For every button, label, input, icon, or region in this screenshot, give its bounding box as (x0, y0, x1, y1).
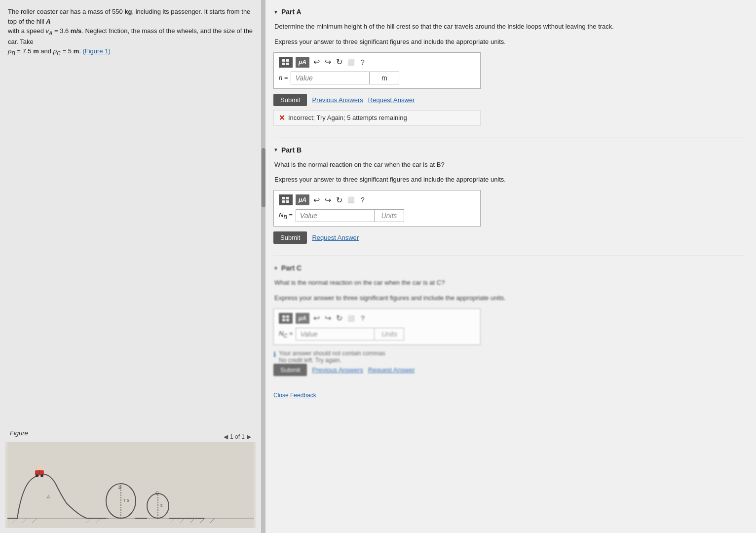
part-a-input-row: h = m (279, 72, 475, 84)
svg-rect-34 (282, 315, 285, 318)
part-a-undo-icon[interactable]: ↩ (312, 57, 321, 67)
part-c-title: Part C (281, 264, 302, 272)
part-a-redo-icon[interactable]: ↪ (324, 57, 332, 67)
scrollbar[interactable] (262, 0, 265, 533)
part-b-redo-icon[interactable]: ↪ (324, 195, 332, 205)
svg-rect-35 (286, 315, 289, 318)
incorrect-text: Incorrect; Try Again; 5 attempts remaini… (288, 114, 407, 121)
part-b-request-answer-btn[interactable]: Request Answer (312, 234, 359, 241)
part-b-undo-icon[interactable]: ↩ (312, 195, 321, 205)
part-c-header: ▼ Part C (273, 264, 744, 272)
part-c-submit-btn[interactable]: Submit (273, 364, 307, 376)
part-c-help-icon[interactable]: ? (361, 314, 365, 322)
part-c-previous-answers-btn[interactable]: Previous Answers (312, 366, 363, 374)
part-a-grid-btn[interactable] (279, 57, 293, 68)
separator-bc (273, 256, 744, 256)
part-a-title: Part A (281, 8, 302, 16)
part-a-question1: Determine the minimum height h of the hi… (274, 22, 744, 32)
svg-rect-26 (282, 59, 285, 62)
left-panel: The roller coaster car has a mass of 550… (0, 0, 262, 533)
svg-point-6 (40, 474, 43, 477)
part-a-answer-box: μA ↩ ↪ ↻ ⬜ ? h = m (273, 52, 481, 89)
part-a-mu-btn[interactable]: μA (296, 57, 309, 68)
part-c-error-text: Your answer should not contain commas No… (279, 350, 385, 364)
svg-rect-27 (286, 59, 289, 62)
part-b-refresh-icon[interactable]: ↻ (335, 195, 343, 205)
part-a-collapse-arrow[interactable]: ▼ (273, 9, 278, 15)
part-c-info-icon: ℹ (273, 350, 276, 358)
part-b-section: ▼ Part B What is the normal reaction on … (273, 146, 744, 244)
part-a-input-label: h = (279, 74, 288, 81)
part-c-input-label: NC = (279, 330, 293, 339)
part-c-answer-box: μA ↩ ↪ ↻ ⬜ ? NC = Units (273, 308, 481, 345)
part-c-value-input[interactable] (296, 328, 375, 341)
scroll-thumb[interactable] (262, 148, 265, 207)
part-b-toolbar: μA ↩ ↪ ↻ ⬜ ? (279, 194, 475, 205)
svg-rect-32 (282, 200, 285, 203)
part-c-section: ▼ Part C What is the normal reaction on … (273, 264, 744, 376)
part-a-value-input[interactable] (291, 72, 370, 84)
part-b-question2: Express your answer to three significant… (274, 175, 744, 185)
problem-statement: The roller coaster car has a mass of 550… (8, 7, 253, 57)
part-a-refresh-icon[interactable]: ↻ (335, 57, 343, 67)
close-feedback-link[interactable]: Close Feedback (273, 392, 316, 399)
part-c-keyboard-icon[interactable]: ⬜ (346, 315, 356, 322)
part-b-keyboard-icon[interactable]: ⬜ (346, 196, 356, 203)
part-b-input-label: NB = (279, 211, 293, 220)
part-b-value-input[interactable] (296, 209, 375, 222)
problem-line2: with a speed vA = 3.6 m/s. Neglect frict… (8, 26, 253, 46)
part-c-toolbar: μA ↩ ↪ ↻ ⬜ ? (279, 313, 475, 324)
svg-rect-30 (282, 197, 285, 199)
part-c-redo-icon[interactable]: ↪ (324, 313, 332, 323)
svg-text:C: C (155, 491, 159, 495)
svg-rect-28 (282, 63, 285, 65)
svg-rect-33 (286, 200, 289, 203)
part-c-request-answer-btn[interactable]: Request Answer (368, 366, 415, 374)
part-b-answer-box: μA ↩ ↪ ↻ ⬜ ? NB = Units (273, 190, 481, 227)
figure-container: A B C 7.5 5 (5, 442, 256, 528)
part-a-help-icon[interactable]: ? (361, 58, 365, 66)
part-c-refresh-icon[interactable]: ↻ (335, 313, 343, 323)
part-c-wrapper: ▼ Part C What is the normal reaction on … (273, 264, 744, 399)
part-b-collapse-arrow[interactable]: ▼ (273, 147, 278, 152)
svg-text:7.5: 7.5 (123, 498, 129, 503)
figure-link[interactable]: (Figure 1) (82, 47, 110, 55)
roller-coaster-svg: A B C 7.5 5 (7, 442, 254, 528)
part-a-request-answer-btn[interactable]: Request Answer (368, 96, 415, 104)
part-a-header: ▼ Part A (273, 8, 744, 16)
part-c-collapse-arrow[interactable]: ▼ (273, 266, 278, 271)
part-b-title: Part B (281, 146, 302, 154)
figure-next-arrow[interactable]: ▶ (247, 433, 251, 440)
part-a-btn-row: Submit Previous Answers Request Answer (273, 94, 744, 106)
part-c-question1: What is the normal reaction on the car w… (274, 278, 744, 288)
svg-rect-31 (286, 197, 289, 199)
part-b-grid-btn[interactable] (279, 194, 293, 205)
svg-rect-0 (7, 442, 254, 528)
svg-text:5: 5 (160, 503, 163, 508)
part-c-grid-btn[interactable] (279, 313, 293, 324)
figure-prev-arrow[interactable]: ◀ (224, 433, 228, 440)
figure-label: Figure (10, 429, 28, 437)
part-b-input-row: NB = Units (279, 209, 475, 222)
part-c-unit-box: Units (375, 328, 404, 341)
svg-rect-29 (286, 63, 289, 65)
part-a-submit-btn[interactable]: Submit (273, 94, 307, 106)
part-a-section: ▼ Part A Determine the minimum height h … (273, 8, 744, 126)
part-c-question2: Express your answer to three significant… (274, 293, 744, 304)
separator-ab (273, 138, 744, 138)
part-a-question2: Express your answer to three significant… (274, 37, 744, 47)
close-feedback-row: Close Feedback (273, 388, 744, 399)
part-c-undo-icon[interactable]: ↩ (312, 313, 321, 323)
part-b-help-icon[interactable]: ? (361, 196, 365, 204)
part-b-btn-row: Submit Request Answer (273, 231, 744, 244)
part-a-previous-answers-btn[interactable]: Previous Answers (312, 96, 363, 104)
svg-rect-37 (286, 319, 289, 321)
svg-point-5 (36, 474, 38, 477)
part-c-mu-btn[interactable]: μA (296, 313, 309, 324)
part-b-submit-btn[interactable]: Submit (273, 231, 307, 244)
problem-line1: The roller coaster car has a mass of 550… (8, 7, 253, 26)
part-b-mu-btn[interactable]: μA (296, 194, 309, 205)
incorrect-x-icon: ✕ (279, 114, 285, 122)
right-panel: ▼ Part A Determine the minimum height h … (262, 0, 756, 533)
part-a-keyboard-icon[interactable]: ⬜ (346, 59, 356, 66)
